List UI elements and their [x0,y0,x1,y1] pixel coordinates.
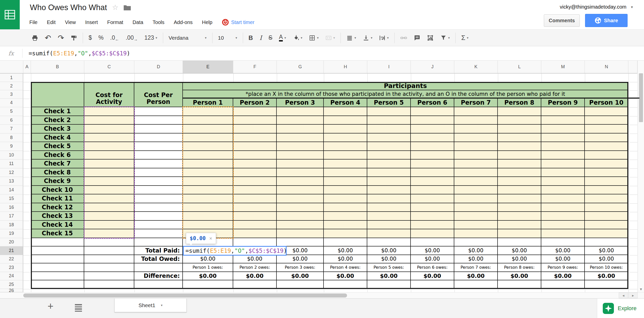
cell-M7[interactable] [541,125,585,133]
column-header-C[interactable]: C [84,61,134,74]
column-header-H[interactable]: H [324,61,367,74]
cell-D20[interactable] [134,238,183,247]
cell-N19[interactable] [585,229,628,238]
more-formats-button[interactable]: 123▾ [141,32,161,44]
cell-total-owed-L[interactable]: $0.00 [498,255,541,264]
cell-J15[interactable] [411,194,454,203]
cell-K8[interactable] [454,133,498,142]
cell-D5[interactable] [134,107,183,116]
cell-E10[interactable] [183,151,233,160]
cell-difference-K[interactable]: $0.00 [454,272,498,281]
cell-total-owed-E[interactable]: $0.00 [183,255,233,264]
cell-check-7[interactable]: Check 7 [31,160,84,168]
cell-K12[interactable] [454,168,498,177]
cell-C2[interactable]: Cost for Activity [84,82,134,107]
merge-cells-button[interactable]: ▾ [322,32,338,44]
start-timer[interactable]: Start timer [222,19,254,26]
column-header-D[interactable]: D [134,61,183,74]
cell-total-owed-G[interactable]: $0.00 [277,255,324,264]
cell-G16[interactable] [277,203,324,212]
bold-button[interactable]: B [245,32,256,44]
text-wrap-button[interactable]: ▾ [376,32,392,44]
cell-H14[interactable] [324,186,367,195]
cell-N15[interactable] [585,194,628,203]
cell-I15[interactable] [367,194,411,203]
cell-D17[interactable] [134,212,183,221]
cell-E7[interactable] [183,125,233,133]
cell-L9[interactable] [498,142,541,151]
cell-total-owed-J[interactable]: $0.00 [411,255,454,264]
vertical-scroll-thumb[interactable] [639,73,643,122]
row-header-19[interactable]: 19 [0,229,23,238]
cell-M10[interactable] [541,151,585,160]
horizontal-scrollbar[interactable]: ◂ ▸ [0,292,644,298]
cell-N16[interactable] [585,203,628,212]
cell-total-paid-H[interactable]: $0.00 [324,246,367,255]
cell-F25[interactable] [233,280,277,289]
filter-button[interactable]: ▾ [437,32,453,44]
cell-J9[interactable] [411,142,454,151]
row-header-6[interactable]: 6 [0,116,23,125]
column-header-M[interactable]: M [541,61,585,74]
cell-D7[interactable] [134,125,183,133]
cell-owes-label-7[interactable]: Person 7 owes: [454,263,498,272]
row-header-8[interactable]: 8 [0,133,23,142]
column-header-I[interactable]: I [367,61,411,74]
star-icon[interactable]: ☆ [112,4,118,11]
cell-L17[interactable] [498,212,541,221]
cell-K20[interactable] [454,238,498,247]
cell-M17[interactable] [541,212,585,221]
undo-button[interactable]: ↶ [41,32,54,44]
cell-difference-I[interactable]: $0.00 [367,272,411,281]
functions-button[interactable]: Σ▾ [458,32,472,44]
cell-L20[interactable] [498,238,541,247]
cell-D23[interactable] [134,263,183,272]
cell-M13[interactable] [541,177,585,186]
cell-H18[interactable] [324,221,367,230]
cell-total-paid-K[interactable]: $0.00 [454,246,498,255]
cell-F19[interactable] [233,229,277,238]
cell-N17[interactable] [585,212,628,221]
row-header-5[interactable]: 5 [0,107,23,116]
cell-difference-G[interactable]: $0.00 [277,272,324,281]
cell-M12[interactable] [541,168,585,177]
cell-L25[interactable] [498,280,541,289]
cell-E5[interactable] [183,107,233,116]
cell-difference-N[interactable]: $0.00 [585,272,628,281]
row-header-15[interactable]: 15 [0,194,23,203]
cell-K11[interactable] [454,160,498,168]
cell-E12[interactable] [183,168,233,177]
cell-check-14[interactable]: Check 14 [31,221,84,230]
cell-F8[interactable] [233,133,277,142]
cell-J12[interactable] [411,168,454,177]
cell-C6[interactable] [84,116,134,125]
cell-G5[interactable] [277,107,324,116]
cell-I7[interactable] [367,125,411,133]
menu-item-view[interactable]: View [65,19,76,25]
cell-C5[interactable] [84,107,134,116]
menu-item-help[interactable]: Help [202,19,212,25]
cell-H11[interactable] [324,160,367,168]
scroll-down-icon[interactable]: ▼ [639,287,643,291]
formula-input[interactable]: =sumif(E5:E19,"O",$C$5:$C$19) [29,50,130,57]
cell-F6[interactable] [233,116,277,125]
cell-C11[interactable] [84,160,134,168]
explore-button[interactable]: Explore [597,299,644,318]
cell-F5[interactable] [233,107,277,116]
cell-L16[interactable] [498,203,541,212]
cell-total-owed-K[interactable]: $0.00 [454,255,498,264]
cell-H8[interactable] [324,133,367,142]
borders-button[interactable]: ▾ [306,32,322,44]
paint-format-button[interactable] [67,32,80,44]
cell-L18[interactable] [498,221,541,230]
cell-H25[interactable] [324,280,367,289]
cell-N10[interactable] [585,151,628,160]
cell-total-paid-L[interactable]: $0.00 [498,246,541,255]
cell-E16[interactable] [183,203,233,212]
cell-E8[interactable] [183,133,233,142]
cell-N6[interactable] [585,116,628,125]
cell-person-header-9[interactable]: Person 9 [541,99,585,107]
cell-M9[interactable] [541,142,585,151]
cell-check-5[interactable]: Check 5 [31,142,84,151]
cell-K5[interactable] [454,107,498,116]
